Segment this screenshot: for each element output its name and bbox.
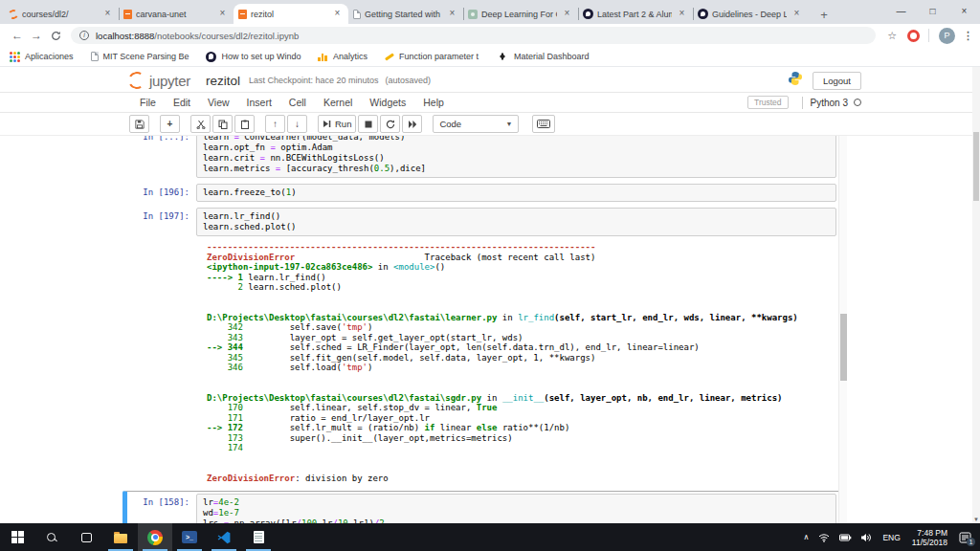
url-input[interactable]: i localhost:8888/notebooks/courses/dl2/r… [71,27,876,44]
bookmark-item[interactable]: MIT Scene Parsing Be [91,52,189,61]
cell-type-dropdown[interactable]: Code ▼ [433,115,519,133]
browser-tab[interactable]: carvana-unet× [119,4,234,24]
new-tab-button[interactable]: + [812,5,836,24]
screen: courses/dl2/×carvana-unet×rezitol×Gettin… [0,0,980,551]
notebook-scrollbar[interactable] [838,136,847,523]
jupyter-logo-icon[interactable] [127,71,146,90]
powershell-icon[interactable]: >_ [172,523,207,551]
bookmark-item[interactable]: Material Dashboard [496,52,590,61]
maximize-button[interactable]: □ [917,0,948,24]
tab-close-icon[interactable]: × [331,8,344,20]
wifi-icon[interactable] [818,533,830,542]
code-line: 345 self.fit_gen(self.model, self.data, … [207,353,836,364]
date: 11/5/2018 [912,538,947,547]
code-cell[interactable]: In [197]:learn.lr_find()learn.sched.plot… [127,208,836,236]
restart-run-all-button[interactable] [402,115,422,133]
stop-button[interactable] [358,115,378,133]
volume-icon[interactable] [861,533,873,542]
tab-close-icon[interactable]: × [446,8,458,20]
close-button[interactable]: × [948,0,980,24]
chrome-icon[interactable] [138,523,172,551]
cell-input[interactable]: learn.freeze_to(1) [196,184,836,202]
save-button[interactable] [129,115,149,133]
logout-button[interactable]: Logout [813,72,861,90]
bookmark-item[interactable]: How to set up Windo [206,52,301,62]
search-icon[interactable] [34,523,69,551]
cut-cell-button[interactable] [190,115,211,133]
tab-close-icon[interactable]: × [791,8,803,20]
forward-icon[interactable]: → [27,29,46,42]
code-cell[interactable]: In [196]:learn.freeze_to(1) [127,184,836,202]
pencil-icon [385,53,394,60]
bookmark-item[interactable]: Analytics [318,52,368,61]
tab-close-icon[interactable]: × [676,8,688,20]
restart-kernel-button[interactable] [380,115,400,133]
menu-item-insert[interactable]: Insert [238,97,280,108]
notepad-icon[interactable] [241,523,276,551]
scrollbar-thumb[interactable] [973,132,979,201]
cell-input[interactable]: learn.lr_find()learn.sched.plot() [196,208,836,236]
browser-tab[interactable]: rezitol× [234,4,348,24]
tab-close-icon[interactable]: × [561,8,573,20]
copy-cell-button[interactable] [212,115,233,133]
notebook-title[interactable]: rezitol [206,74,240,88]
menu-item-widgets[interactable]: Widgets [361,97,414,108]
page-info-icon[interactable]: i [79,31,89,40]
code-line: wd=1e-7 [203,508,830,518]
scroll-down-icon[interactable]: ▼ [972,517,980,522]
extension-icon[interactable] [907,30,920,42]
profile-avatar[interactable]: P [939,28,955,44]
paste-cell-button[interactable] [234,115,255,133]
browser-menu-icon[interactable]: ⋮ [963,30,972,42]
menu-item-kernel[interactable]: Kernel [315,97,361,108]
code-line [207,302,836,313]
run-button[interactable]: Run [318,115,356,133]
command-palette-button[interactable] [532,115,555,133]
battery-icon[interactable] [839,534,852,541]
language-indicator[interactable]: ENG [882,533,900,542]
trusted-badge: Trusted [747,96,789,109]
code-line: 342 self.save('tmp') [207,322,836,333]
menu-item-file[interactable]: File [131,97,165,108]
show-hidden-icons[interactable]: ∧ [804,533,810,541]
task-view-icon[interactable] [69,523,103,551]
tab-close-icon[interactable]: × [101,8,114,20]
output-prompt [127,242,196,483]
browser-tab[interactable]: Getting Started with In× [348,4,463,24]
action-center-icon[interactable]: 1 [959,532,971,543]
minimize-button[interactable]: — [885,0,917,24]
jupyter-wordmark[interactable]: jupyter [149,73,190,89]
scrollbar-thumb[interactable] [840,314,847,381]
browser-tab[interactable]: Deep Learning For Co× [463,4,578,24]
code-cell[interactable]: In [158]:lr=4e-2wd=1e-7lrs = np.array([l… [122,491,840,523]
reload-icon[interactable] [46,31,65,41]
bookmark-star-icon[interactable]: ☆ [887,30,897,42]
add-cell-button[interactable]: + [160,115,180,133]
page-scrollbar[interactable]: ▼ [972,67,980,523]
menu-item-help[interactable]: Help [414,97,453,108]
menu-item-edit[interactable]: Edit [165,97,199,108]
menu-item-cell[interactable]: Cell [280,97,315,108]
bookmark-item[interactable]: Function parameter t [385,52,479,61]
page-icon [353,10,361,19]
clock[interactable]: 7:48 PM 11/5/2018 [912,528,947,547]
menu-item-view[interactable]: View [199,97,238,108]
file-explorer-icon[interactable] [103,523,138,551]
kernel-indicator: Python 3 [811,98,861,108]
back-icon[interactable]: ← [8,29,27,42]
fastai-icon [468,10,478,19]
move-cell-down-button[interactable]: ↓ [287,115,307,133]
code-line [207,453,836,464]
browser-tab[interactable]: courses/dl2/× [4,4,119,24]
start-button[interactable] [0,523,34,551]
code-cell[interactable]: In [...]:learn = ConvLearner(model_data,… [127,136,836,178]
tabs-holder: courses/dl2/×carvana-unet×rezitol×Gettin… [4,4,808,24]
cell-input[interactable]: learn = ConvLearner(model_data, models)l… [196,136,836,178]
browser-tab[interactable]: Guidelines - Deep Lear× [693,4,808,24]
tab-close-icon[interactable]: × [216,8,229,20]
vscode-icon[interactable] [207,523,241,551]
move-cell-up-button[interactable]: ↑ [265,115,285,133]
browser-tab[interactable]: Latest Part 2 & Alumni× [578,4,693,24]
cell-input[interactable]: lr=4e-2wd=1e-7lrs = np.array([lr/100,lr/… [196,494,836,523]
bookmark-item[interactable]: Aplicaciones [10,52,74,62]
